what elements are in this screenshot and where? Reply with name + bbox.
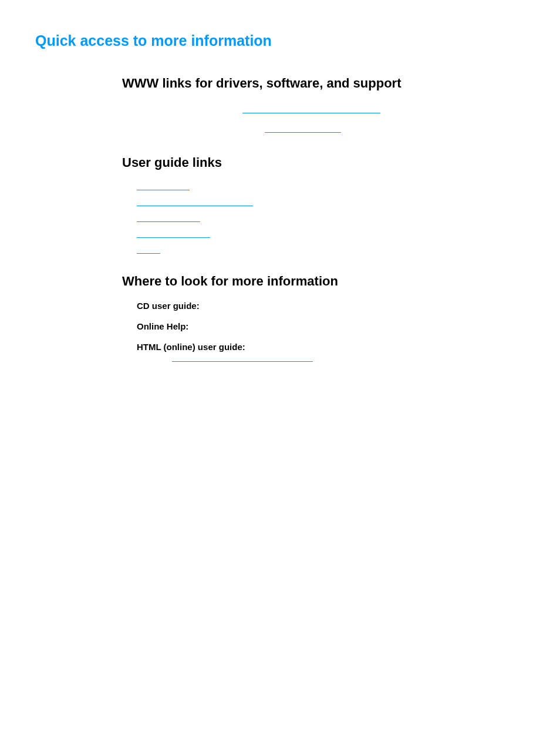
html-guide-link-row: Manuals [172, 354, 525, 364]
guide-link-3[interactable] [137, 214, 525, 224]
guide-link-1[interactable] [137, 182, 525, 193]
guide-link-4[interactable] [137, 230, 525, 240]
www-link-2-wrapper [265, 122, 525, 138]
online-help-label: Online Help: [137, 321, 525, 331]
html-guide-label: HTML (online) user guide: [137, 342, 245, 352]
guide-link-2[interactable] [137, 198, 525, 209]
content-block: WWW links for drivers, software, and sup… [122, 76, 525, 364]
where-to-look-heading: Where to look for more information [122, 274, 525, 289]
cd-user-guide-label: CD user guide: [137, 301, 525, 311]
html-guide-row: HTML (online) user guide: [137, 342, 525, 352]
guide-links-block [137, 182, 525, 256]
www-links-block [137, 103, 525, 137]
www-section-heading: WWW links for drivers, software, and sup… [122, 76, 525, 91]
html-guide-link[interactable] [172, 354, 313, 362]
page-title: Quick access to more information [35, 32, 525, 49]
www-link-1[interactable] [242, 106, 380, 113]
www-link-2[interactable] [265, 125, 341, 133]
user-guide-heading: User guide links [122, 155, 525, 170]
guide-link-5[interactable] [137, 246, 525, 256]
www-link-1-wrapper [242, 103, 525, 119]
